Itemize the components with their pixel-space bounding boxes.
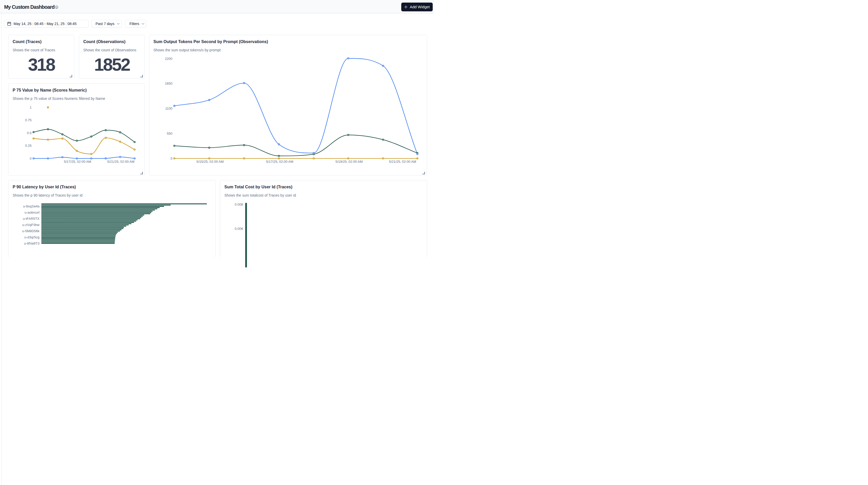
svg-text:2200: 2200 — [165, 57, 173, 61]
svg-text:0.25: 0.25 — [25, 144, 31, 148]
svg-text:u-tFAR5TX: u-tFAR5TX — [23, 217, 40, 220]
svg-text:u-8fVa9T3: u-8fVa9T3 — [24, 241, 39, 243]
svg-text:5/21/25, 02:00 AM: 5/21/25, 02:00 AM — [107, 160, 134, 163]
svg-text:0.75: 0.75 — [25, 118, 31, 122]
svg-text:5/17/25, 02:00 AM: 5/17/25, 02:00 AM — [64, 160, 91, 163]
svg-text:1650: 1650 — [165, 82, 173, 85]
svg-text:1100: 1100 — [165, 107, 173, 111]
svg-text:u-8sq2w4a: u-8sq2w4a — [23, 204, 39, 208]
svg-text:u-zVqP3hw: u-zVqP3hw — [23, 223, 40, 227]
svg-text:5/21/25, 02:00 AM: 5/21/25, 02:00 AM — [389, 160, 416, 163]
svg-text:1: 1 — [30, 105, 31, 110]
svg-text:5/19/25, 02:00 AM: 5/19/25, 02:00 AM — [336, 160, 363, 163]
svg-text:u-aobnuxf: u-aobnuxf — [25, 211, 39, 214]
svg-text:0: 0 — [30, 157, 31, 160]
svg-text:5/17/25, 02:00 AM: 5/17/25, 02:00 AM — [266, 160, 293, 163]
svg-text:0.008: 0.008 — [235, 203, 243, 206]
svg-text:u-d3qr5cg: u-d3qr5cg — [24, 235, 39, 239]
svg-text:0.5: 0.5 — [27, 131, 31, 135]
svg-text:0: 0 — [170, 157, 172, 160]
svg-text:0.006: 0.006 — [235, 227, 243, 231]
svg-text:550: 550 — [167, 131, 173, 135]
svg-text:u-5M8D56k: u-5M8D56k — [22, 229, 40, 233]
svg-text:5/15/25, 02:00 AM: 5/15/25, 02:00 AM — [196, 160, 224, 163]
